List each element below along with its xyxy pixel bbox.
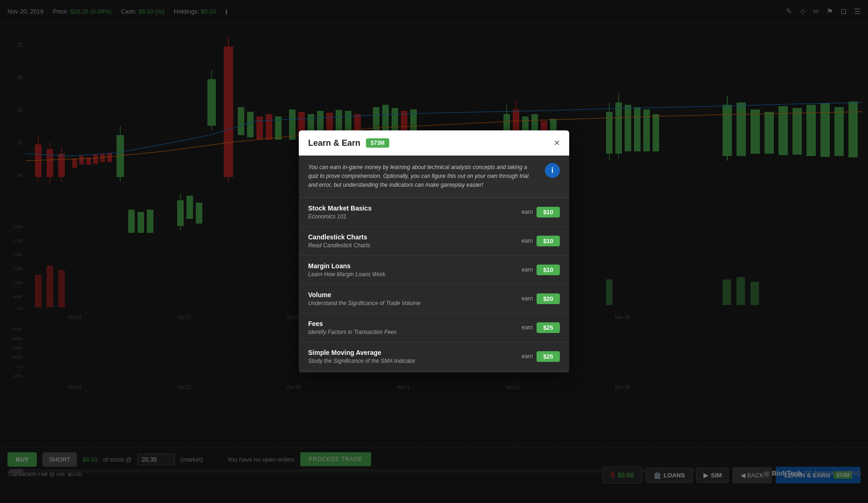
- earn-badge: $25: [537, 351, 560, 362]
- learn-earn-modal: Learn & Earn $73M × You can earn in-game…: [299, 130, 569, 373]
- earn-label: earn: [522, 324, 533, 331]
- lesson-subtitle: Identify Factors in Transaction Fees: [308, 329, 522, 335]
- lesson-info: Margin Loans Learn How Margin Loans Work: [308, 262, 522, 278]
- modal-header: Learn & Earn $73M ×: [299, 130, 569, 156]
- earn-badge: $25: [537, 322, 560, 333]
- lesson-title: Stock Market Basics: [308, 204, 522, 212]
- modal-badge: $73M: [366, 138, 389, 148]
- earn-label: earn: [522, 266, 533, 273]
- modal-title: Learn & Earn: [308, 138, 360, 148]
- lesson-earn: earn $10: [522, 236, 560, 246]
- earn-label: earn: [522, 209, 533, 215]
- earn-label: earn: [522, 238, 533, 244]
- lesson-earn: earn $10: [522, 265, 560, 275]
- lesson-item[interactable]: Brushing See How to Scan and Zoom the Ch…: [299, 371, 569, 373]
- lesson-item[interactable]: Stock Market Basics Economics 101 earn $…: [299, 198, 569, 227]
- lesson-item[interactable]: Candlestick Charts Read Candlestick Char…: [299, 227, 569, 256]
- earn-badge: $10: [537, 236, 560, 246]
- earn-badge: $10: [537, 207, 560, 218]
- lesson-subtitle: Understand the Significance of Trade Vol…: [308, 300, 522, 306]
- lesson-item[interactable]: Simple Moving Average Study the Signific…: [299, 342, 569, 371]
- lesson-info: Fees Identify Factors in Transaction Fee…: [308, 320, 522, 335]
- lesson-subtitle: Economics 101: [308, 213, 522, 220]
- lesson-title: Fees: [308, 320, 522, 327]
- lesson-item[interactable]: Fees Identify Factors in Transaction Fee…: [299, 313, 569, 342]
- lesson-earn: earn $20: [522, 293, 560, 304]
- lesson-title: Simple Moving Average: [308, 349, 522, 356]
- modal-close-button[interactable]: ×: [554, 138, 560, 148]
- lesson-list[interactable]: Stock Market Basics Economics 101 earn $…: [299, 198, 569, 373]
- lesson-title: Candlestick Charts: [308, 233, 522, 241]
- earn-label: earn: [522, 295, 533, 302]
- lesson-earn: earn $10: [522, 207, 560, 218]
- lesson-title: Margin Loans: [308, 262, 522, 270]
- earn-badge: $10: [537, 265, 560, 275]
- lesson-item[interactable]: Margin Loans Learn How Margin Loans Work…: [299, 256, 569, 285]
- lesson-title: Volume: [308, 291, 522, 299]
- modal-desc-text: You can earn in-game money by learning a…: [308, 163, 537, 190]
- lesson-subtitle: Study the Significance of the SMA Indica…: [308, 358, 522, 364]
- lesson-info: Candlestick Charts Read Candlestick Char…: [308, 233, 522, 249]
- lesson-subtitle: Learn How Margin Loans Work: [308, 271, 522, 278]
- earn-label: earn: [522, 353, 533, 360]
- modal-overlay[interactable]: Learn & Earn $73M × You can earn in-game…: [0, 0, 868, 503]
- lesson-info: Simple Moving Average Study the Signific…: [308, 349, 522, 364]
- modal-title-group: Learn & Earn $73M: [308, 138, 389, 148]
- lesson-item[interactable]: Volume Understand the Significance of Tr…: [299, 285, 569, 313]
- lesson-earn: earn $25: [522, 351, 560, 362]
- earn-badge: $20: [537, 293, 560, 304]
- modal-description: You can earn in-game money by learning a…: [299, 156, 569, 198]
- lesson-info: Stock Market Basics Economics 101: [308, 204, 522, 220]
- lesson-info: Volume Understand the Significance of Tr…: [308, 291, 522, 306]
- info-circle-icon: i: [545, 163, 560, 178]
- lesson-earn: earn $25: [522, 322, 560, 333]
- lesson-subtitle: Read Candlestick Charts: [308, 242, 522, 249]
